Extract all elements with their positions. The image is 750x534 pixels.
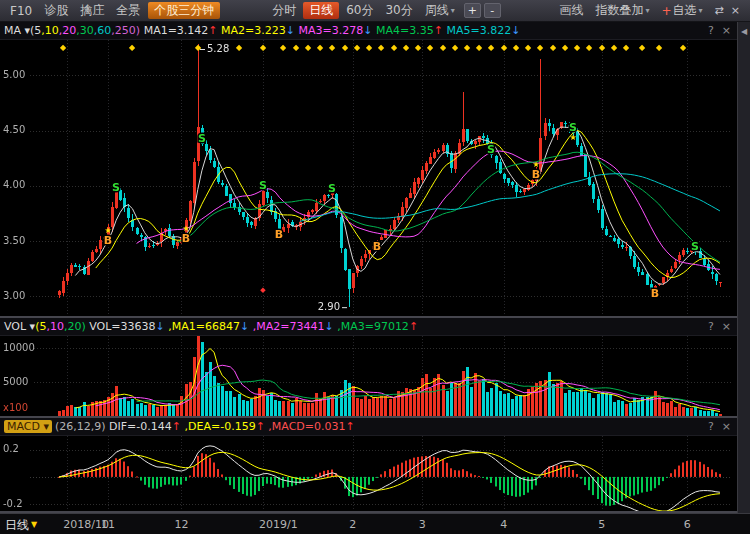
macd-text-1: (26,12,9) <box>55 420 106 433</box>
vol-text-11: ↑ <box>409 320 418 333</box>
toolbar-button-panorama[interactable]: 全景 <box>110 0 146 22</box>
vol-text-10: ,MA3=97012 <box>334 320 409 333</box>
volume-pane-controls: ? × <box>708 320 737 333</box>
pane-close-icon[interactable]: × <box>722 420 731 433</box>
ma-text-15: MA5=3.822 <box>443 24 511 37</box>
main-pane-controls: ? × <box>708 24 737 37</box>
toolbar-zoom-group: +- <box>461 3 501 18</box>
collapse-panel-icon[interactable]: ◀ <box>738 27 750 36</box>
toolbar-button-period-daily[interactable]: 日线 <box>303 2 339 19</box>
ma-text-5: ,60 <box>94 24 112 37</box>
timeframe-selector[interactable]: 日线▼ <box>5 517 37 534</box>
toolbar-button-period-60min[interactable]: 60分 <box>340 0 379 22</box>
toolbar-button-add-watchlist[interactable]: +自选▾ <box>655 0 708 22</box>
time-axis-labels: 2018/1011122019/123456 <box>0 514 750 534</box>
price-chart-canvas[interactable] <box>0 40 737 316</box>
close-icon[interactable]: × <box>731 4 740 17</box>
vol-selector[interactable]: VOL ▾ <box>4 320 35 333</box>
macd-text-5: ↑ <box>256 420 265 433</box>
toolbar-button-period-intraday[interactable]: 分时 <box>266 0 302 22</box>
macd-text-2: DIF=-0.144 <box>106 420 172 433</box>
toolbar-button-qin-zhuang[interactable]: 擒庄 <box>74 0 110 22</box>
vol-text-6: ,MA1=66847 <box>165 320 240 333</box>
ma-text-10: ↓ <box>286 24 295 37</box>
macd-text-3: ↑ <box>172 420 181 433</box>
macd-selector[interactable]: MACD ▾ <box>4 420 52 433</box>
toolbar-button-zoom-out[interactable]: - <box>484 3 501 18</box>
macd-indicator-values: MACD ▾(26,12,9) DIF=-0.144↑ ,DEA=-0.159↑… <box>0 420 355 433</box>
vol-text-9: ↓ <box>324 320 333 333</box>
timeframe-label: 日线 <box>5 518 29 532</box>
pane-help-icon[interactable]: ? <box>708 320 714 333</box>
macd-text-4: ,DEA=-0.159 <box>181 420 256 433</box>
ma-text-1: (5 <box>30 24 41 37</box>
stock-chart-app: F10诊股擒庄全景个股三分钟 分时日线60分30分周线▾ +- 画线指数叠加▾+… <box>0 0 750 534</box>
toolbar-button-index-overlay[interactable]: 指数叠加▾ <box>589 0 655 22</box>
toolbar-button-stock-3min[interactable]: 个股三分钟 <box>148 2 220 19</box>
toolbar-button-diagnose-stock[interactable]: 诊股 <box>38 0 74 22</box>
ma-selector[interactable]: MA ▾ <box>4 24 30 37</box>
ma-text-7: MA1=3.142 <box>140 24 208 37</box>
toolbar-button-period-weekly[interactable]: 周线▾ <box>419 0 461 22</box>
ma-text-6: ,250) <box>111 24 140 37</box>
month-label: 3 <box>419 518 426 531</box>
month-label: 5 <box>598 518 605 531</box>
toolbar-period-group: 分时日线60分30分周线▾ <box>266 0 461 22</box>
right-panel-strip: ◀ <box>737 22 750 513</box>
vol-text-1: (5 <box>35 320 46 333</box>
pane-close-icon[interactable]: × <box>722 24 731 37</box>
ma-text-3: ,20 <box>59 24 77 37</box>
volume-indicator-values: VOL ▾(5,10,20) VOL=33638↓ ,MA1=66847↓ ,M… <box>0 320 418 333</box>
ma-text-2: ,10 <box>41 24 59 37</box>
month-label: 11 <box>101 518 115 531</box>
toolbar-button-zoom-in[interactable]: + <box>464 3 481 18</box>
macd-text-6: ,MACD=0.031 <box>265 420 346 433</box>
ma-text-16: ↓ <box>511 24 520 37</box>
toolbar-button-f10[interactable]: F10 <box>4 0 38 22</box>
month-label: 2 <box>349 518 356 531</box>
toolbar-button-draw-line[interactable]: 画线 <box>553 0 589 22</box>
macd-pane-controls: ? × <box>708 420 737 433</box>
ma-text-12: ↓ <box>363 24 372 37</box>
macd-indicator-bar: MACD ▾(26,12,9) DIF=-0.144↑ ,DEA=-0.159↑… <box>0 418 737 436</box>
month-label: 4 <box>500 518 507 531</box>
vol-text-5: ↓ <box>156 320 165 333</box>
ma-text-14: ↑ <box>434 24 443 37</box>
toolbar-right-group: 画线指数叠加▾+自选▾ <box>553 0 708 22</box>
vol-text-2: ,10 <box>46 320 64 333</box>
month-label: 6 <box>684 518 691 531</box>
month-label: 12 <box>174 518 188 531</box>
macd-chart-canvas[interactable] <box>0 436 737 511</box>
ma-text-8: ↑ <box>208 24 217 37</box>
ma-text-13: MA4=3.35 <box>372 24 433 37</box>
top-toolbar: F10诊股擒庄全景个股三分钟 分时日线60分30分周线▾ +- 画线指数叠加▾+… <box>0 0 750 22</box>
ma-indicator-bar: MA ▾(5,10,20,30,60,250) MA1=3.142↑ MA2=3… <box>0 22 737 40</box>
pane-close-icon[interactable]: × <box>722 320 731 333</box>
toolbar-window-icons: ⇄× <box>709 4 746 17</box>
macd-text-7: ↑ <box>346 420 355 433</box>
chevron-down-icon: ▼ <box>31 520 37 529</box>
ma-indicator-values: MA ▾(5,10,20,30,60,250) MA1=3.142↑ MA2=3… <box>0 24 520 37</box>
month-label: 2019/1 <box>259 518 298 531</box>
pane-help-icon[interactable]: ? <box>708 420 714 433</box>
ma-text-11: MA3=3.278 <box>295 24 363 37</box>
vol-text-7: ↓ <box>240 320 249 333</box>
vol-text-8: ,MA2=73441 <box>249 320 324 333</box>
ma-text-9: MA2=3.223 <box>218 24 286 37</box>
toolbar-button-period-30min[interactable]: 30分 <box>379 0 418 22</box>
vol-text-4: VOL=33638 <box>86 320 156 333</box>
volume-chart-canvas[interactable] <box>0 336 737 416</box>
vol-text-3: ,20) <box>64 320 86 333</box>
time-axis-bar: 2018/1011122019/123456 日线▼ <box>0 513 750 534</box>
toolbar-left-group: F10诊股擒庄全景个股三分钟 <box>4 0 222 22</box>
pane-help-icon[interactable]: ? <box>708 24 714 37</box>
switch-layout-icon[interactable]: ⇄ <box>715 4 724 17</box>
ma-text-4: ,30 <box>76 24 94 37</box>
volume-indicator-bar: VOL ▾(5,10,20) VOL=33638↓ ,MA1=66847↓ ,M… <box>0 318 737 336</box>
